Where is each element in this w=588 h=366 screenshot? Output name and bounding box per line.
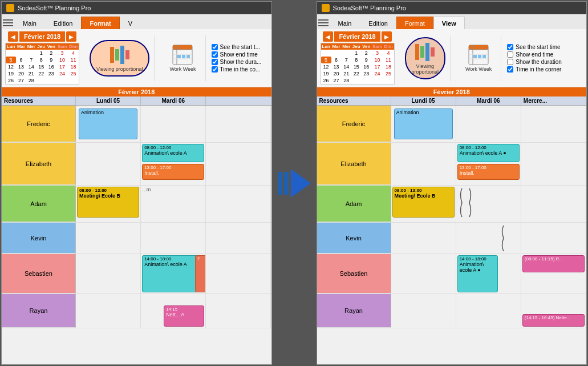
svg-rect-5 — [173, 45, 192, 50]
checkbox-show-end-input-left[interactable] — [212, 51, 218, 58]
day-sebastien-mardi-right: 14:00 - 18:00 Animation\ ecole A ● — [456, 254, 521, 293]
row-sebastien-right: Sebastien 14:00 - 18:00 Animation\ ecole… — [317, 254, 587, 294]
prev-month-left[interactable]: ◀ — [8, 31, 18, 42]
event-meeting-left[interactable]: 08:00 - 13:00 Meeting\ Ecole B — [77, 187, 139, 218]
mini-cal-left: LunMarMerJeuVenSamDim 1234 567891011 121… — [5, 43, 79, 85]
viewing-proportional-icon-right — [415, 42, 435, 62]
svg-rect-25 — [482, 55, 486, 58]
day-kevin-extra-left — [206, 223, 271, 254]
svg-rect-13 — [415, 44, 419, 60]
tab-edition-left[interactable]: Edition — [45, 17, 82, 29]
event-f-overlap-left[interactable]: F — [195, 255, 206, 292]
event-rayan-mercredi-right[interactable]: (14:15 - 16:45) Nette... — [522, 314, 585, 327]
day-kevin-mercredi-right — [521, 223, 586, 254]
checkbox-see-start-input-right[interactable] — [507, 44, 513, 50]
right-ribbon-tabs: Main Edition Format View — [317, 14, 587, 29]
resource-sebastien-right: Sebastien — [317, 254, 391, 293]
day-rayan-mardi-right — [456, 294, 521, 328]
left-cal-month: Février 2018 — [2, 87, 271, 96]
left-ribbon-body: ◀ Février 2018 ▶ LunMarMerJeuVenSamDim 1… — [2, 29, 271, 87]
event-install-time-right: 13:00 - 17:00 — [460, 165, 517, 170]
row-frederic-left: Frederic Animation — [2, 106, 271, 143]
event-animation-label-right: Animation — [396, 110, 419, 115]
day-elizabeth-extra-left — [206, 143, 271, 185]
left-titlebar: SodeaSoft™ Planning Pro — [2, 2, 271, 14]
transition-arrow — [274, 1, 314, 365]
event-ecole-a-1-right[interactable]: 08:00 - 12:00 Animation\ ecole A ● — [457, 144, 520, 162]
event-ecole-time-right: 08:00 - 12:00 — [460, 145, 517, 150]
hamburger-right[interactable] — [317, 17, 330, 29]
col-header-resources-right: Resources — [317, 96, 391, 105]
work-week-btn-right[interactable]: Work Week — [461, 42, 496, 74]
left-title: SodeaSoft™ Planning Pro — [18, 5, 91, 11]
day-kevin-lundi-right — [391, 223, 456, 254]
right-ribbon: Main Edition Format View ◀ Février 2018 … — [317, 14, 587, 87]
day-sebastien-lundi-right — [391, 254, 456, 293]
work-week-btn-left[interactable]: Work Week — [165, 42, 200, 74]
checkbox-time-corner-input-right[interactable] — [507, 66, 513, 73]
mini-cal-right: LunMarMerJeuVenSamDim 1234 567891011 121… — [321, 43, 395, 85]
checkbox-show-end-input-right[interactable] — [507, 51, 513, 58]
tab-v-left[interactable]: V — [120, 17, 141, 29]
checkbox-show-duration-label-right: Show the duration — [516, 59, 562, 65]
svg-rect-10 — [177, 55, 181, 58]
checkbox-time-corner-label-left: Time in the co... — [220, 66, 261, 73]
day-frederic-mercredi-right — [521, 106, 586, 142]
viewing-proportional-btn-right[interactable]: Viewingproportional — [405, 37, 446, 79]
right-arrow — [291, 169, 311, 198]
tab-view-right[interactable]: View — [433, 17, 465, 29]
resource-frederic-right: Frederic — [317, 106, 391, 142]
col-header-lundi-right: Lundi 05 — [391, 96, 456, 105]
checkbox-show-duration-input-right[interactable] — [507, 59, 513, 65]
event-sebastien-mercredi-right[interactable]: (08:00 - 11:15) R... — [522, 255, 585, 272]
tab-format-right[interactable]: Format — [396, 17, 433, 29]
day-kevin-mardi-right — [456, 223, 521, 254]
event-sebastien-label-left: Animation\ ecole A — [144, 262, 202, 267]
day-adam-extra-left — [206, 186, 271, 222]
event-animation-left[interactable]: Animation — [79, 108, 137, 139]
event-sebastien-time-right: 14:00 - 18:00 — [460, 256, 496, 262]
next-month-right[interactable]: ▶ — [382, 31, 392, 42]
checkbox-see-start-input-left[interactable] — [212, 44, 218, 50]
checkbox-time-corner-input-left[interactable] — [212, 66, 218, 73]
workweek-group-left: Work Week — [160, 35, 205, 81]
next-month-left[interactable]: ▶ — [66, 31, 76, 42]
day-adam-lundi-left: 08:00 - 13:00 Meeting\ Ecole B — [76, 186, 141, 222]
viewing-proportional-btn-left[interactable]: Viewing proportional — [90, 40, 149, 77]
row-sebastien-left: Sebastien 14:00 - 18:00 Animation\ ecole… — [2, 254, 271, 294]
day-adam-mercredi-right — [521, 186, 586, 222]
hamburger-left[interactable] — [2, 17, 14, 29]
row-frederic-right: Frederic Animation — [317, 106, 587, 143]
work-week-label-right: Work Week — [465, 66, 492, 72]
event-meeting-right[interactable]: 08:00 - 13:00 Meeting\ Ecole B — [392, 187, 455, 218]
event-install-label-right: Install. — [460, 170, 517, 176]
event-rayan-left[interactable]: 14:15 Nett... A — [164, 305, 204, 327]
day-elizabeth-mercredi-right — [521, 143, 586, 185]
checkbox-see-start-left: See the start t... — [212, 44, 262, 50]
event-install-time-left: 13:00 - 17:00 — [144, 165, 202, 170]
work-week-icon-left — [172, 45, 193, 65]
prev-month-right[interactable]: ◀ — [323, 31, 333, 42]
day-elizabeth-lundi-right — [391, 143, 456, 185]
tab-edition-right[interactable]: Edition — [360, 17, 396, 29]
view-group-left: Viewing proportional — [85, 35, 155, 81]
event-ecole-a-1-left[interactable]: 08:00 - 12:00 Animation\ ecole A — [142, 144, 204, 162]
tab-format-left[interactable]: Format — [81, 17, 119, 29]
bracket-svg-right — [459, 186, 476, 220]
event-animation-right[interactable]: Animation — [394, 108, 453, 139]
row-adam-right: Adam 08:00 - 13:00 Meeting\ Ecole B — [317, 186, 587, 223]
event-install-right[interactable]: 13:00 - 17:00 Install. — [457, 164, 520, 180]
event-install-left[interactable]: 13:00 - 17:00 Install. — [142, 164, 204, 180]
tab-main-right[interactable]: Main — [330, 17, 360, 29]
checkbox-show-duration-input-left[interactable] — [212, 59, 218, 65]
day-frederic-mardi-right — [456, 106, 521, 142]
viewing-proportional-label-left: Viewing proportional — [96, 66, 143, 72]
col-header-mardi-left: Mardi 06 — [141, 96, 206, 105]
checkbox-annotation-area: See the start time Show end time Show th… — [507, 44, 562, 73]
right-window: SodeaSoft™ Planning Pro Main Edition For… — [317, 1, 587, 365]
month-label-left: Février 2018 — [19, 31, 65, 42]
event-sebastien-anim-right[interactable]: 14:00 - 18:00 Animation\ ecole A ● — [457, 255, 498, 292]
left-window: SodeaSoft™ Planning Pro Main Edition For… — [1, 1, 272, 365]
tab-main-left[interactable]: Main — [14, 17, 45, 29]
right-cal-body: Frederic Animation Elizabeth 08:00 - 12:… — [317, 106, 587, 364]
